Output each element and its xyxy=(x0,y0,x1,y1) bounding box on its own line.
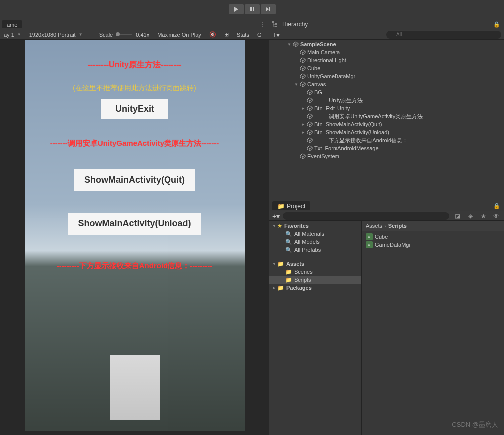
game-toolbar: ay 1▼ 1920x1080 Portrait▼ Scale 0.41x Ma… xyxy=(0,30,269,40)
gameobject-icon xyxy=(299,49,306,56)
favorite-item[interactable]: 🔍All Models xyxy=(269,238,361,246)
folder-icon: 📁 xyxy=(277,261,284,267)
gameobject-icon xyxy=(299,81,306,88)
svg-rect-2 xyxy=(269,7,270,11)
gameobject-icon xyxy=(299,65,306,72)
game-viewport: --------Unity原生方法-------- (在这里不推荐使用此方法进行… xyxy=(0,40,269,435)
hierarchy-item[interactable]: ▼Canvas xyxy=(269,80,504,88)
show-main-unload-button[interactable]: ShowMainActivity(Unload) xyxy=(68,213,201,235)
gizmos-toggle[interactable]: G xyxy=(253,30,266,39)
favorite-item[interactable]: 🔍All Materials xyxy=(269,230,361,238)
header-text-3: ---------下方显示接收来自Android信息：--------- xyxy=(25,261,245,271)
search-icon: 🔍 xyxy=(285,239,292,245)
gameobject-icon xyxy=(299,57,306,64)
project-title: Project xyxy=(287,203,305,210)
project-content: Assets › Scripts #Cube#GameDataMgr xyxy=(362,221,504,435)
lock-icon[interactable]: 🔒 xyxy=(493,203,500,209)
favorite-item[interactable]: 🔍All Prefabs xyxy=(269,246,361,254)
hierarchy-item[interactable]: Txt_FormAndroidMessage xyxy=(269,144,504,152)
hierarchy-item[interactable]: ►Btn_Exit_Unity xyxy=(269,104,504,112)
script-file[interactable]: #GameDataMgr xyxy=(366,241,500,249)
hierarchy-item[interactable]: Main Camera xyxy=(269,48,504,56)
packages-row[interactable]: ► 📁 Packages xyxy=(269,284,361,292)
svg-rect-5 xyxy=(275,26,277,27)
hierarchy-item[interactable]: --------下方显示接收来自Android信息：------------ xyxy=(269,136,504,144)
folder-item[interactable]: 📁Scenes xyxy=(269,268,361,276)
unity-exit-button[interactable]: UnityExit xyxy=(101,99,168,119)
project-search[interactable] xyxy=(283,212,449,220)
grid-icon[interactable]: ⊞ xyxy=(220,30,233,39)
gameobject-icon xyxy=(299,73,306,80)
svg-rect-0 xyxy=(250,7,252,11)
filter-icon[interactable]: ◪ xyxy=(452,212,462,220)
note-text: (在这里不推荐使用此方法进行页面跳转) xyxy=(25,84,245,93)
scene-row[interactable]: ▼ SampleScene xyxy=(269,40,504,48)
scale-slider[interactable] xyxy=(117,34,132,35)
hierarchy-item[interactable]: --------Unity原生方法------------ xyxy=(269,96,504,104)
maximize-toggle[interactable]: Maximize On Play xyxy=(153,30,205,39)
header-text-2: -------调用安卓UnityGameActivity类原生方法------- xyxy=(25,139,245,148)
game-render: --------Unity原生方法-------- (在这里不推荐使用此方法进行… xyxy=(25,40,245,431)
gameobject-icon xyxy=(306,121,313,128)
assets-row[interactable]: ▼ 📁 Assets xyxy=(269,260,361,268)
play-button[interactable] xyxy=(229,4,244,14)
unity-icon xyxy=(292,41,299,48)
folder-icon: 📁 xyxy=(285,277,292,283)
gameobject-icon xyxy=(306,105,313,112)
mute-toggle[interactable]: 🔇 xyxy=(205,30,220,39)
add-button[interactable]: +▾ xyxy=(272,31,280,39)
header-text-1: --------Unity原生方法-------- xyxy=(25,60,245,70)
gameobject-icon xyxy=(306,145,313,152)
project-panel: 📁 Project 🔒 +▾ ◪ ◈ ★ 👁 ▼ ★ Favorites xyxy=(269,200,504,435)
hierarchy-item[interactable]: BG xyxy=(269,88,504,96)
hierarchy-item[interactable]: Cube xyxy=(269,64,504,72)
gameobject-icon xyxy=(306,113,313,120)
hierarchy-item[interactable]: ►Btn_ShowMainActivity(Unload) xyxy=(269,128,504,136)
folder-icon: 📁 xyxy=(277,285,284,291)
hidden-icon[interactable]: 👁 xyxy=(491,212,501,220)
hierarchy-search[interactable] xyxy=(386,31,501,39)
scale-control[interactable]: Scale 0.41x xyxy=(95,30,153,39)
star-icon: ★ xyxy=(277,223,282,229)
game-panel: ame ⋮ ay 1▼ 1920x1080 Portrait▼ Scale 0.… xyxy=(0,19,269,435)
script-file[interactable]: #Cube xyxy=(366,233,500,241)
svg-rect-3 xyxy=(272,21,274,23)
search-icon: 🔍 xyxy=(285,231,292,237)
hierarchy-icon xyxy=(272,21,279,27)
watermark: CSDN @墨磨人 xyxy=(452,420,498,429)
scene-cube xyxy=(107,350,162,405)
hierarchy-item[interactable]: UnityGameDataMgr xyxy=(269,72,504,80)
pause-button[interactable] xyxy=(245,4,260,14)
search-icon: 🔍 xyxy=(285,247,292,253)
star-icon[interactable]: ★ xyxy=(478,212,488,220)
favorites-row[interactable]: ▼ ★ Favorites xyxy=(269,222,361,230)
gameobject-icon xyxy=(306,97,313,104)
step-button[interactable] xyxy=(261,4,276,14)
gameobject-icon xyxy=(306,89,313,96)
hierarchy-item[interactable]: --------调用安卓UnityGameActivity类原生方法------… xyxy=(269,112,504,120)
hierarchy-item[interactable]: EventSystem xyxy=(269,152,504,160)
folder-icon: 📁 xyxy=(277,203,285,210)
svg-rect-4 xyxy=(275,23,277,25)
lock-icon[interactable]: 🔒 xyxy=(493,21,500,28)
hierarchy-item[interactable]: Directional Light xyxy=(269,56,504,64)
resolution-dropdown[interactable]: 1920x1080 Portrait▼ xyxy=(25,30,95,39)
label-icon[interactable]: ◈ xyxy=(465,212,475,220)
folder-item[interactable]: 📁Scripts xyxy=(269,276,361,284)
game-tab[interactable]: ame xyxy=(2,20,22,28)
main-toolbar xyxy=(0,0,504,19)
hierarchy-title: Hierarchy xyxy=(282,21,308,28)
add-button[interactable]: +▾ xyxy=(272,212,280,220)
gameobject-icon xyxy=(306,129,313,136)
hierarchy-item[interactable]: ►Btn_ShowMainActivity(Quit) xyxy=(269,120,504,128)
breadcrumb[interactable]: Assets › Scripts xyxy=(362,221,504,231)
gameobject-icon xyxy=(299,153,306,160)
panel-menu-icon[interactable]: ⋮ xyxy=(259,21,265,28)
display-dropdown[interactable]: ay 1▼ xyxy=(0,30,25,39)
script-icon: # xyxy=(366,233,373,240)
show-main-quit-button[interactable]: ShowMainActivity(Quit) xyxy=(74,169,195,191)
hierarchy-panel: Hierarchy 🔒 +▾ ▼ SampleScene Main Camera… xyxy=(269,19,504,200)
project-tree: ▼ ★ Favorites 🔍All Materials🔍All Models🔍… xyxy=(269,221,362,435)
stats-toggle[interactable]: Stats xyxy=(233,30,253,39)
folder-icon: 📁 xyxy=(285,269,292,275)
